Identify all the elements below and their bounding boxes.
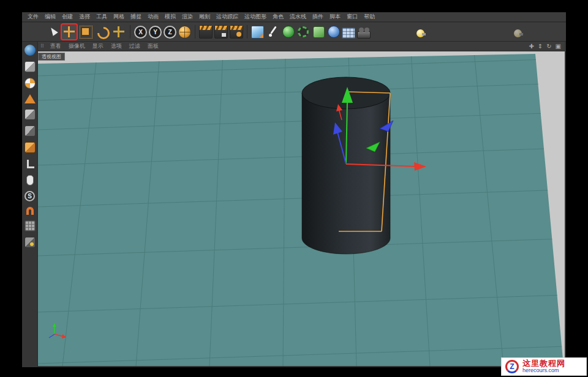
rotate-view-icon[interactable]: ↻ bbox=[546, 42, 551, 51]
main-toolbar: X Y Z bbox=[22, 23, 566, 42]
snap-s-icon[interactable]: S bbox=[24, 191, 35, 201]
application-window: 文件 编辑 创建 选择 工具 网格 捕捉 动画 模拟 渲染 雕刻 运动跟踪 运动… bbox=[22, 12, 566, 367]
render-settings-button[interactable] bbox=[230, 25, 243, 39]
menu-create[interactable]: 创建 bbox=[59, 13, 76, 21]
environment-sphere-button[interactable] bbox=[328, 26, 340, 38]
magnet-icon[interactable] bbox=[26, 207, 34, 215]
pan-view-icon[interactable]: ✚ bbox=[529, 42, 533, 51]
toolbar-divider bbox=[247, 25, 247, 39]
move-tool-button[interactable] bbox=[62, 24, 77, 39]
viewport-menubar: ⠿ 查看 摄像机 显示 选项 过滤 面板 ✚ ⇕ ↻ ▣ bbox=[38, 42, 565, 51]
menu-mesh[interactable]: 网格 bbox=[110, 13, 127, 21]
grid-snap-icon[interactable] bbox=[24, 220, 36, 231]
watermark-logo-icon: Z bbox=[505, 360, 519, 373]
lock-cube-icon[interactable] bbox=[24, 237, 36, 248]
render-picture-viewer-button[interactable] bbox=[214, 25, 228, 39]
viewport-menu-display[interactable]: 显示 bbox=[89, 42, 107, 50]
watermark-title: 这里教程网 bbox=[522, 359, 565, 368]
menu-help[interactable]: 帮助 bbox=[361, 13, 378, 21]
viewport-menu-view[interactable]: 查看 bbox=[47, 42, 65, 50]
viewport-menu-camera[interactable]: 摄像机 bbox=[65, 42, 89, 50]
maximize-view-icon[interactable]: ▣ bbox=[556, 42, 561, 51]
menubar: 文件 编辑 创建 选择 工具 网格 捕捉 动画 模拟 渲染 雕刻 运动跟踪 运动… bbox=[22, 12, 566, 22]
cube-dark-icon[interactable] bbox=[24, 109, 36, 120]
view-tab[interactable]: 透视视图 bbox=[38, 53, 65, 61]
watermark-url: herecours.com bbox=[522, 368, 559, 374]
cube-primitive-button[interactable] bbox=[251, 26, 264, 39]
ground-plane bbox=[38, 54, 564, 366]
menu-pipeline[interactable]: 流水线 bbox=[287, 13, 309, 21]
pen-spline-button[interactable] bbox=[266, 24, 281, 39]
menu-window[interactable]: 窗口 bbox=[344, 13, 361, 21]
perspective-viewport[interactable]: 透视视图 bbox=[38, 51, 565, 366]
light-button[interactable] bbox=[417, 29, 424, 37]
menu-tools[interactable]: 工具 bbox=[93, 13, 110, 21]
mouse-icon[interactable] bbox=[26, 175, 34, 185]
menu-edit[interactable]: 编辑 bbox=[42, 13, 59, 21]
globe-icon[interactable] bbox=[24, 45, 36, 56]
viewport-menu-options[interactable]: 选项 bbox=[107, 42, 126, 50]
menu-file[interactable]: 文件 bbox=[24, 13, 42, 21]
cube-icon[interactable] bbox=[24, 61, 36, 72]
subdivision-surface-button[interactable] bbox=[282, 26, 295, 38]
generator-gear-button[interactable] bbox=[298, 26, 309, 37]
menu-snap[interactable]: 捕捉 bbox=[127, 13, 145, 21]
menu-mograph[interactable]: 运动图形 bbox=[241, 13, 270, 21]
menu-simulate[interactable]: 模拟 bbox=[162, 13, 179, 21]
scale-tool-button[interactable] bbox=[78, 24, 93, 39]
viewport-canvas bbox=[38, 51, 565, 366]
menu-plugins[interactable]: 插件 bbox=[309, 13, 326, 21]
axis-icon[interactable] bbox=[24, 159, 36, 170]
viewport-menu-panel[interactable]: 面板 bbox=[144, 42, 162, 50]
camera-button[interactable] bbox=[357, 31, 371, 39]
render-view-button[interactable] bbox=[199, 25, 213, 39]
menu-animate[interactable]: 动画 bbox=[145, 13, 162, 21]
viewport-menu-grid-icon[interactable]: ⠿ bbox=[40, 43, 44, 49]
viewport-menu-filter[interactable]: 过滤 bbox=[126, 42, 144, 50]
light-dim-button[interactable] bbox=[514, 29, 522, 37]
toolbar-divider bbox=[130, 25, 130, 39]
left-toolbar: S bbox=[22, 42, 38, 367]
cursor-icon[interactable] bbox=[45, 24, 60, 39]
menu-sculpt[interactable]: 雕刻 bbox=[196, 13, 213, 21]
checker-sphere-icon[interactable] bbox=[24, 78, 36, 89]
menu-motion-tracker[interactable]: 运动跟踪 bbox=[213, 13, 241, 21]
menu-character[interactable]: 角色 bbox=[270, 13, 287, 21]
menu-select[interactable]: 选择 bbox=[76, 13, 93, 21]
deformer-button[interactable] bbox=[313, 26, 325, 38]
last-tool-button[interactable] bbox=[111, 24, 126, 39]
cube-dark2-icon[interactable] bbox=[24, 125, 36, 136]
watermark: Z 这里教程网 herecours.com bbox=[501, 357, 587, 376]
menu-render[interactable]: 渲染 bbox=[179, 13, 196, 21]
viewport-controls: ✚ ⇕ ↻ ▣ bbox=[529, 42, 561, 51]
zoom-view-icon[interactable]: ⇕ bbox=[538, 42, 543, 51]
y-axis-lock-button[interactable]: Y bbox=[149, 26, 162, 39]
menu-script[interactable]: 脚本 bbox=[326, 13, 344, 21]
coordinate-system-button[interactable] bbox=[178, 26, 191, 39]
table-grid-button[interactable] bbox=[342, 28, 355, 39]
rotate-tool-button[interactable] bbox=[95, 24, 110, 39]
z-axis-lock-button[interactable]: Z bbox=[164, 26, 176, 39]
pyramid-icon[interactable] bbox=[24, 94, 36, 103]
x-axis-lock-button[interactable]: X bbox=[134, 26, 147, 39]
toolbar-divider bbox=[195, 25, 195, 39]
cube-orange-icon[interactable] bbox=[24, 142, 36, 153]
